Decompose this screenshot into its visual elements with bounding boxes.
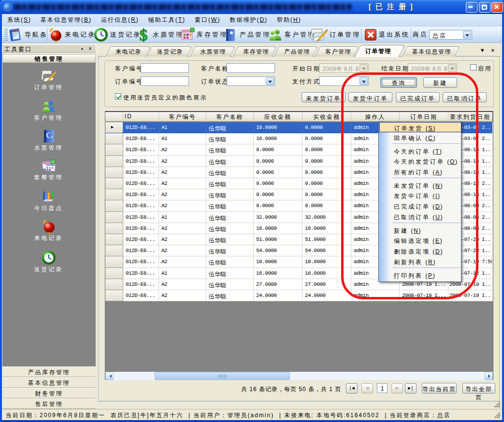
svg-text:$: $ xyxy=(140,27,148,42)
